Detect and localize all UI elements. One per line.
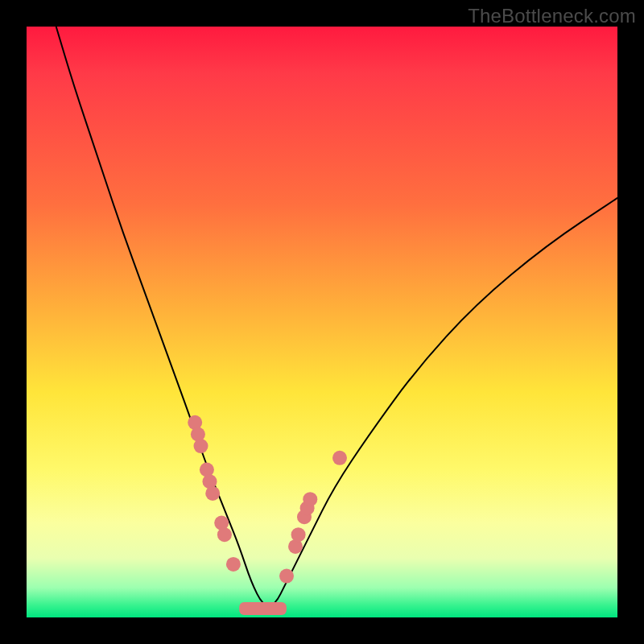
chart-frame: TheBottleneck.com <box>0 0 644 644</box>
data-marker <box>303 492 317 506</box>
data-marker <box>217 527 232 542</box>
watermark-text: TheBottleneck.com <box>468 5 636 27</box>
plot-area <box>27 27 617 617</box>
data-marker <box>226 557 241 572</box>
bottleneck-curve <box>56 27 617 605</box>
data-marker <box>279 569 294 584</box>
markers-right-branch <box>279 451 347 584</box>
markers-left-branch <box>188 415 241 572</box>
data-marker <box>332 451 347 465</box>
data-marker <box>205 486 220 501</box>
bottleneck-curve-svg <box>27 27 617 617</box>
data-marker <box>194 439 208 453</box>
valley-marker-band <box>239 602 287 615</box>
data-marker <box>291 527 306 542</box>
